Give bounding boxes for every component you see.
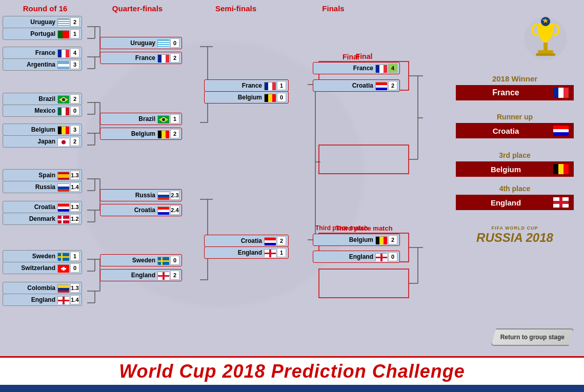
r16-japan-name: Japan	[5, 138, 57, 145]
qf-england-score: 2	[170, 271, 179, 280]
third-section: 3rd place Belgium	[456, 151, 574, 177]
third-belgium: Belgium 2	[313, 233, 400, 246]
r16-portugal-name: Portugal	[5, 30, 57, 37]
header-qf: Quarter-finals	[112, 4, 163, 13]
qf-sweden-score: 0	[170, 256, 179, 265]
third-england-flag	[375, 253, 387, 261]
r16-croatia-name: Croatia	[5, 203, 57, 211]
svg-rect-136	[265, 238, 276, 240]
svg-rect-80	[58, 172, 69, 174]
return-button-container[interactable]: Return to group stage	[491, 328, 574, 346]
r16-spain-score: 1.3	[70, 171, 79, 180]
svg-rect-94	[58, 256, 69, 258]
svg-rect-73	[62, 108, 66, 115]
final-france-score: 4	[388, 64, 397, 73]
svg-rect-141	[265, 253, 276, 254]
svg-rect-57	[58, 19, 69, 20]
fifa-branding: FIFA WORLD CUP RUSSIA 2018	[456, 225, 574, 245]
svg-rect-135	[272, 94, 276, 102]
third-england: England 0	[313, 248, 400, 263]
svg-rect-165	[553, 129, 569, 132]
winner-box: France	[456, 85, 574, 100]
svg-rect-147	[376, 88, 387, 90]
qf-brazil-flag	[157, 115, 169, 123]
qf-brazil: Brazil 1	[100, 112, 182, 126]
svg-rect-109	[158, 55, 162, 63]
svg-rect-157	[536, 53, 555, 56]
qf-russia-score: 2.3	[170, 191, 179, 200]
r16-japan-flag	[57, 138, 69, 146]
r16-denmark-score: 1.2	[70, 214, 79, 223]
fourth-section: 4th place England	[456, 184, 574, 210]
qf-uruguay-score: 0	[170, 38, 179, 48]
svg-rect-85	[58, 189, 69, 192]
svg-rect-86	[58, 204, 69, 207]
qf-croatia: Croatia 2.4	[100, 203, 182, 217]
bracket-area: Round of 16 Quarter-finals Semi-finals F…	[0, 0, 584, 356]
svg-rect-117	[166, 131, 169, 138]
r16-england-score: 1.4	[70, 295, 79, 304]
r16-brazil-flag	[57, 95, 69, 103]
svg-rect-138	[265, 243, 276, 245]
svg-rect-75	[58, 127, 62, 134]
sf-england-flag	[264, 249, 275, 257]
bottom-title-bar: World Cup 2018 Prediction Challenge	[0, 356, 584, 385]
runner-box: Croatia	[456, 123, 574, 138]
r16-portugal: Portugal 1	[3, 27, 82, 40]
svg-rect-162	[558, 88, 563, 98]
page-title: World Cup 2018 Prediction Challenge	[119, 361, 465, 382]
svg-rect-137	[265, 240, 276, 243]
third-place-text-label: Third place match	[315, 224, 368, 232]
r16-mexico: Mexico 0	[3, 104, 82, 117]
svg-rect-61	[58, 31, 63, 38]
r16-france-flag	[57, 49, 69, 57]
third-belgium-name: Belgium	[315, 236, 375, 243]
svg-rect-111	[166, 55, 169, 63]
svg-point-79	[62, 140, 66, 144]
qf-france-flag	[157, 54, 169, 62]
svg-rect-130	[265, 82, 268, 90]
svg-rect-76	[62, 127, 66, 134]
svg-rect-74	[66, 108, 69, 115]
svg-rect-134	[268, 94, 272, 102]
r16-belgium-name: Belgium	[5, 126, 57, 133]
svg-rect-167	[553, 164, 558, 174]
r16-switzerland: Switzerland 0	[3, 261, 82, 275]
final-france: France 4	[313, 61, 400, 75]
svg-rect-153	[376, 257, 387, 258]
r16-argentina-score: 3	[70, 60, 79, 69]
r16-russia-score: 1.4	[70, 182, 79, 192]
r16-colombia-flag	[57, 284, 69, 292]
r16-argentina: Argentina 3	[3, 58, 82, 71]
svg-rect-81	[58, 174, 69, 178]
r16-russia-flag	[57, 183, 69, 191]
r16-japan: Japan 2	[3, 135, 82, 148]
svg-rect-133	[265, 94, 268, 102]
svg-rect-122	[158, 210, 169, 212]
final-croatia-flag	[375, 82, 387, 90]
qf-england-name: England	[103, 272, 157, 279]
svg-point-71	[62, 98, 65, 101]
r16-portugal-flag	[57, 30, 69, 38]
sf-france-flag	[264, 82, 275, 90]
r16-uruguay-score: 2	[70, 17, 79, 27]
r16-mexico-name: Mexico	[5, 107, 57, 114]
svg-rect-144	[384, 65, 387, 73]
winner-section: 2018 Winner France	[456, 74, 574, 100]
r16-argentina-flag	[57, 61, 69, 69]
r16-mexico-score: 0	[70, 106, 79, 115]
fourth-name: England	[461, 198, 551, 207]
trophy-container	[522, 15, 569, 67]
r16-switzerland-flag	[57, 264, 69, 272]
svg-rect-123	[158, 212, 169, 215]
qf-belgium-name: Belgium	[103, 130, 157, 137]
svg-rect-107	[158, 44, 169, 45]
return-button[interactable]: Return to group stage	[491, 328, 574, 346]
svg-rect-72	[58, 108, 62, 115]
fourth-place-label: 4th place	[456, 184, 574, 193]
r16-colombia-name: Colombia	[5, 284, 57, 292]
r16-colombia-score: 1.3	[70, 283, 79, 293]
trophy-icon	[522, 15, 569, 67]
svg-rect-66	[58, 61, 69, 64]
final-france-name: France	[315, 65, 375, 72]
